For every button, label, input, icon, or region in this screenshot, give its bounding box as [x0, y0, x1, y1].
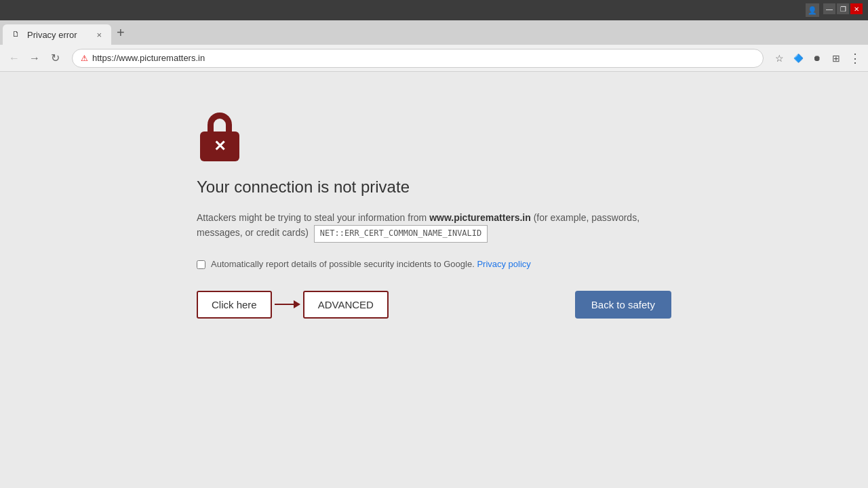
error-code-badge: NET::ERR_CERT_COMMON_NAME_INVALID [314, 225, 488, 242]
arrow-line [275, 304, 294, 305]
address-warning-icon: ⚠ [81, 54, 88, 63]
report-checkbox[interactable] [197, 260, 205, 269]
arrow-connector [275, 300, 300, 308]
user-icon: 👤 [806, 3, 819, 17]
privacy-policy-link[interactable]: Privacy policy [477, 259, 530, 269]
close-button[interactable]: ✕ [850, 3, 863, 14]
reload-button[interactable]: ↻ [46, 49, 64, 67]
forward-button[interactable]: → [26, 49, 43, 67]
error-body-text1: Attackers might be trying to steal your … [197, 212, 427, 223]
back-button[interactable]: ← [5, 49, 23, 67]
extension-icon1[interactable]: 🔷 [791, 51, 806, 66]
advanced-group: Click here ADVANCED [197, 291, 389, 319]
back-to-safety-button[interactable]: Back to safety [575, 291, 671, 319]
apps-icon[interactable]: ⊞ [829, 51, 844, 66]
tab-title: Privacy error [27, 30, 77, 40]
bookmark-icon[interactable]: ☆ [772, 51, 787, 66]
address-text: https://www.picturematters.in [92, 53, 205, 63]
error-site-name: www.picturematters.in [429, 212, 531, 223]
error-title: Your connection is not private [197, 178, 671, 197]
new-tab-button[interactable]: + [111, 24, 130, 42]
x-icon: ✕ [214, 138, 226, 155]
arrow-head [294, 300, 300, 308]
click-here-button[interactable]: Click here [197, 291, 272, 319]
active-tab[interactable]: 🗋 Privacy error × [3, 24, 111, 45]
ssl-error-icon: ✕ [197, 113, 243, 161]
checkbox-label: Automatically report details of possible… [211, 259, 531, 269]
extension-icon2[interactable]: ⏺ [810, 51, 825, 66]
address-bar[interactable]: ⚠ https://www.picturematters.in [72, 49, 764, 68]
tab-close-button[interactable]: × [96, 30, 102, 40]
error-description: Attackers might be trying to steal your … [197, 210, 671, 243]
restore-button[interactable]: ❐ [837, 3, 849, 14]
tab-favicon-icon: 🗋 [12, 30, 22, 39]
advanced-button[interactable]: ADVANCED [303, 291, 389, 319]
menu-icon[interactable]: ⋮ [848, 51, 863, 66]
minimize-button[interactable]: — [823, 3, 835, 14]
